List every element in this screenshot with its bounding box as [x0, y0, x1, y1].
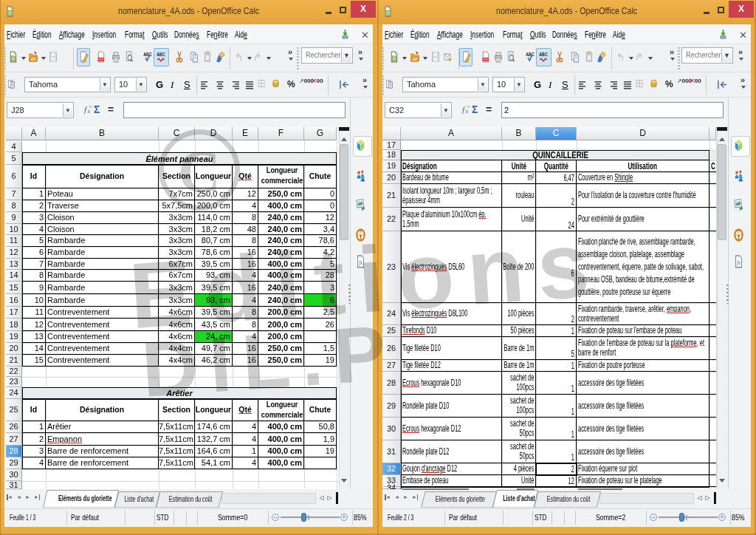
svg-text:PDF: PDF [483, 58, 488, 62]
svg-text:ABC: ABC [539, 51, 548, 57]
svg-text:ABC: ABC [526, 51, 535, 57]
svg-text:ABC: ABC [157, 51, 165, 57]
svg-text:x: x [87, 108, 91, 115]
svg-text:fx: fx [359, 259, 362, 266]
svg-text:x: x [465, 108, 469, 115]
svg-text:fx: fx [737, 259, 740, 266]
svg-text:ABC: ABC [143, 51, 152, 57]
svg-text:PDF: PDF [98, 58, 103, 62]
